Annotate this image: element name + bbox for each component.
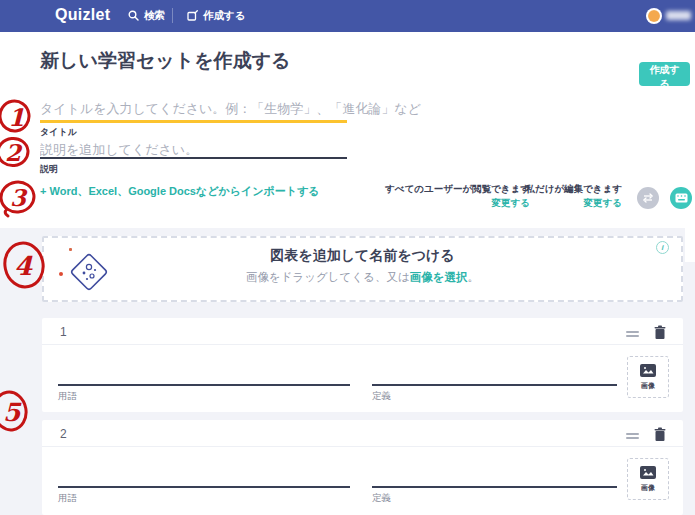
- definition-input[interactable]: [372, 468, 617, 483]
- create-label: 作成する: [203, 9, 246, 23]
- select-image-link[interactable]: 画像を選択: [410, 271, 468, 283]
- drag-handle[interactable]: [626, 433, 639, 439]
- description-field-label: 説明: [40, 163, 58, 176]
- set-title-input[interactable]: [40, 100, 640, 117]
- term-card-2: 2 用語 定義 画像: [42, 420, 683, 515]
- avatar[interactable]: [646, 8, 662, 24]
- image-button-label: 画像: [641, 483, 655, 493]
- definition-underline: [372, 384, 617, 386]
- swap-arrows-icon: [642, 191, 654, 206]
- search-icon: [128, 10, 139, 23]
- diagram-box-title: 図表を追加して名前をつける: [44, 247, 681, 265]
- visibility-change-link[interactable]: 変更する: [385, 196, 530, 210]
- term-card-1: 1 用語 定義 画像: [42, 318, 683, 412]
- editing-change-link[interactable]: 変更する: [525, 196, 622, 210]
- subtitle-suffix: 。: [467, 271, 479, 283]
- diagram-dropzone[interactable]: 図表を追加して名前をつける 画像をドラッグしてくる、又は画像を選択。 i: [42, 236, 683, 302]
- quizlet-create-set-page: Quizlet 検索 作成する 新しい学習セットを作成する 作成する タイトル …: [0, 0, 695, 515]
- username-blurred: [666, 11, 691, 20]
- swap-terms-button[interactable]: [637, 187, 659, 209]
- image-icon: [640, 466, 656, 482]
- card-number: 2: [60, 427, 67, 441]
- definition-input[interactable]: [372, 366, 617, 381]
- description-input-underline: [40, 157, 347, 159]
- term-label: 用語: [58, 390, 77, 403]
- definition-label: 定義: [372, 492, 391, 505]
- info-icon[interactable]: i: [656, 241, 669, 254]
- definition-underline: [372, 486, 617, 488]
- create-set-icon: [187, 10, 198, 23]
- card-number: 1: [60, 325, 67, 339]
- visibility-text: すべてのユーザーが閲覧できます: [385, 182, 530, 196]
- term-underline: [58, 486, 350, 488]
- import-link[interactable]: + Word、Excel、Google Docsなどからインポートする: [40, 184, 320, 199]
- nav-search[interactable]: 検索: [128, 9, 165, 23]
- term-label: 用語: [58, 492, 77, 505]
- create-set-button[interactable]: 作成する: [639, 62, 690, 86]
- term-input[interactable]: [58, 366, 350, 381]
- editing-text: 私だけが編集できます: [525, 182, 622, 196]
- set-description-input[interactable]: [40, 141, 640, 158]
- quizlet-logo[interactable]: Quizlet: [55, 6, 110, 24]
- svg-text:4: 4: [14, 251, 33, 281]
- keyboard-shortcuts-button[interactable]: [670, 187, 692, 209]
- keyboard-icon: [675, 191, 688, 206]
- term-underline: [58, 384, 350, 386]
- image-button-label: 画像: [641, 381, 655, 391]
- svg-text:5: 5: [3, 398, 22, 427]
- delete-card-button[interactable]: [652, 325, 668, 341]
- annotation-circle-4: 4: [1, 240, 47, 291]
- trash-icon: [653, 430, 667, 445]
- nav-divider: [172, 8, 173, 23]
- drag-handle[interactable]: [626, 331, 639, 337]
- card-divider: [42, 446, 683, 447]
- cutoff-panel-edge: [685, 228, 695, 262]
- add-image-button[interactable]: 画像: [627, 458, 669, 500]
- definition-label: 定義: [372, 390, 391, 403]
- diagram-box-subtitle: 画像をドラッグしてくる、又は画像を選択。: [44, 270, 681, 285]
- trash-icon: [653, 328, 667, 343]
- card-divider: [42, 344, 683, 345]
- search-label: 検索: [144, 9, 165, 23]
- delete-card-button[interactable]: [652, 427, 668, 443]
- term-input[interactable]: [58, 468, 350, 483]
- title-input-underline: [40, 120, 347, 123]
- editing-permission: 私だけが編集できます 変更する: [525, 182, 622, 210]
- add-image-button[interactable]: 画像: [627, 356, 669, 398]
- annotation-circle-5: 5: [0, 390, 29, 433]
- image-icon: [640, 364, 656, 380]
- visibility-permission: すべてのユーザーが閲覧できます 変更する: [385, 182, 530, 210]
- page-title: 新しい学習セットを作成する: [40, 48, 291, 74]
- nav-create[interactable]: 作成する: [187, 9, 246, 23]
- subtitle-prefix: 画像をドラッグしてくる、又は: [246, 271, 410, 283]
- avatar-face: [648, 10, 660, 22]
- title-field-label: タイトル: [40, 126, 77, 139]
